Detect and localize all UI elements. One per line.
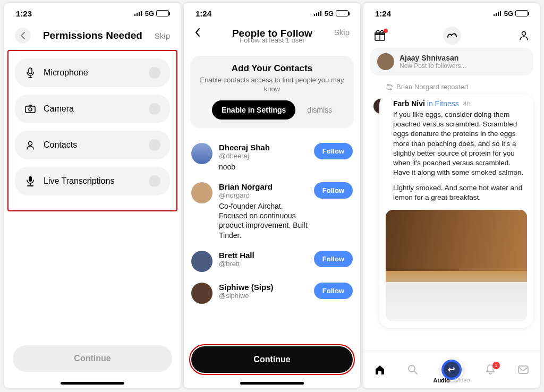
post-header: Farb Nivi in Fitness 4h — [393, 99, 527, 108]
avatar[interactable] — [191, 143, 212, 164]
post-body: If you like eggs, consider doing them po… — [393, 110, 527, 202]
prior-sub: New Post to followers... — [400, 62, 466, 70]
screen-feed: 1:24 5G Ajaay Shnivasan New Post to foll… — [363, 3, 540, 388]
user-name: Siphiwe (Sips) — [219, 283, 308, 292]
dismiss-button[interactable]: dismiss — [307, 106, 332, 114]
svg-rect-13 — [494, 14, 495, 16]
user-handle: @brett — [219, 260, 308, 268]
permission-label: Camera — [44, 104, 74, 114]
back-button[interactable] — [15, 28, 31, 44]
permission-label: Live Transcriptions — [44, 176, 114, 186]
user-bio: Co-founder Airchat. Focused on continuou… — [219, 201, 308, 240]
contacts-body: Enable contacts access to find people yo… — [198, 76, 346, 94]
home-indicator[interactable] — [240, 382, 304, 385]
network-label: 5G — [145, 10, 154, 18]
contacts-icon — [24, 140, 36, 150]
svg-rect-9 — [314, 14, 315, 16]
svg-rect-14 — [496, 13, 497, 16]
avatar[interactable] — [191, 251, 212, 272]
avatar[interactable] — [191, 182, 212, 203]
battery-icon — [156, 10, 169, 16]
prior-post-card[interactable]: Ajaay Shnivasan New Post to followers... — [370, 48, 533, 75]
list-item: Dheeraj Shah @dheeraj noob Follow — [191, 138, 353, 177]
permission-transcriptions[interactable]: Live Transcriptions — [15, 167, 170, 195]
post-image[interactable] — [386, 210, 527, 321]
tab-notifications[interactable]: 1 — [485, 364, 496, 376]
signal-icon — [314, 11, 322, 16]
status-bar: 1:24 5G — [184, 3, 360, 23]
permission-label: Contacts — [44, 140, 77, 150]
list-item: Brett Hall @brett Follow — [191, 245, 353, 277]
pause-button[interactable] — [502, 295, 523, 316]
status-time: 1:23 — [16, 9, 32, 18]
signal-icon — [134, 11, 143, 16]
user-bio: noob — [219, 162, 308, 172]
tab-audio-label[interactable]: Audio — [433, 377, 449, 384]
svg-rect-1 — [137, 13, 138, 16]
status-right: 5G — [494, 10, 528, 18]
follow-button[interactable]: Follow — [314, 251, 353, 267]
svg-rect-4 — [29, 68, 32, 74]
continue-button[interactable]: Continue — [191, 346, 353, 373]
repost-label: Brian Norgard reposted — [386, 83, 533, 91]
svg-rect-8 — [29, 176, 32, 182]
reply-arrow-icon: ↩ — [448, 364, 455, 374]
post-channel[interactable]: in Fitness — [427, 99, 459, 108]
transcription-icon — [24, 176, 36, 186]
tab-search[interactable] — [407, 364, 418, 375]
svg-rect-12 — [320, 11, 321, 16]
back-button[interactable] — [194, 28, 210, 37]
tab-bar: ↩ 1 Audio Video — [363, 351, 540, 388]
permission-microphone[interactable]: Microphone — [15, 58, 170, 87]
highlight-box: Continue — [189, 344, 355, 375]
permission-toggle[interactable] — [149, 103, 160, 115]
status-right: 5G — [134, 10, 169, 18]
home-indicator[interactable] — [61, 382, 124, 385]
status-right: 5G — [314, 10, 348, 18]
permissions-list: Microphone Camera Contacts — [10, 53, 175, 208]
top-bar — [363, 23, 540, 48]
skip-button[interactable]: Skip — [334, 28, 350, 37]
profile-icon[interactable] — [518, 30, 529, 41]
network-label: 5G — [325, 10, 334, 18]
microphone-icon — [24, 67, 36, 78]
continue-button[interactable]: Continue — [13, 345, 172, 372]
enable-settings-button[interactable]: Enable in Settings — [212, 100, 295, 120]
post-card[interactable]: Farb Nivi in Fitness 4h If you like eggs… — [379, 94, 533, 328]
tab-inbox[interactable] — [517, 365, 529, 374]
status-bar: 1:24 5G — [363, 3, 540, 23]
follow-button[interactable]: Follow — [314, 283, 353, 299]
svg-point-6 — [29, 108, 32, 111]
status-time: 1:24 — [196, 9, 211, 18]
avatar[interactable] — [191, 283, 212, 304]
skip-button[interactable]: Skip — [155, 31, 170, 40]
contacts-title: Add Your Contacts — [198, 63, 346, 74]
permission-camera[interactable]: Camera — [15, 95, 170, 123]
tab-video-label[interactable]: Video — [455, 377, 470, 384]
follow-button[interactable]: Follow — [314, 182, 353, 199]
permission-toggle[interactable] — [149, 139, 160, 151]
repost-icon — [386, 84, 393, 90]
feed[interactable]: Ajaay Shnivasan New Post to followers...… — [363, 48, 540, 351]
compose-mode-labels: Audio Video — [433, 377, 470, 384]
user-name: Brett Hall — [219, 251, 308, 260]
svg-rect-15 — [498, 12, 499, 16]
permission-toggle[interactable] — [149, 175, 160, 187]
post-author: Farb Nivi — [393, 99, 425, 108]
svg-rect-2 — [139, 12, 140, 16]
tab-home[interactable] — [374, 364, 386, 375]
svg-rect-3 — [141, 11, 142, 16]
notification-dot — [384, 29, 388, 33]
list-item: Siphiwe (Sips) @siphiwe Follow — [191, 277, 353, 309]
permission-contacts[interactable]: Contacts — [15, 131, 170, 159]
gift-icon[interactable] — [374, 30, 386, 41]
follow-button[interactable]: Follow — [314, 143, 353, 159]
app-logo[interactable] — [443, 27, 461, 45]
follow-list[interactable]: Dheeraj Shah @dheeraj noob Follow Brian … — [184, 135, 360, 344]
user-name: Brian Norgard — [219, 182, 308, 191]
list-item: Brian Norgard @norgard Co-founder Aircha… — [191, 177, 353, 245]
permission-toggle[interactable] — [149, 67, 160, 79]
page-title: Permissions Needed — [35, 30, 150, 41]
status-time: 1:24 — [375, 9, 391, 18]
highlight-box: Microphone Camera Contacts — [7, 50, 177, 211]
